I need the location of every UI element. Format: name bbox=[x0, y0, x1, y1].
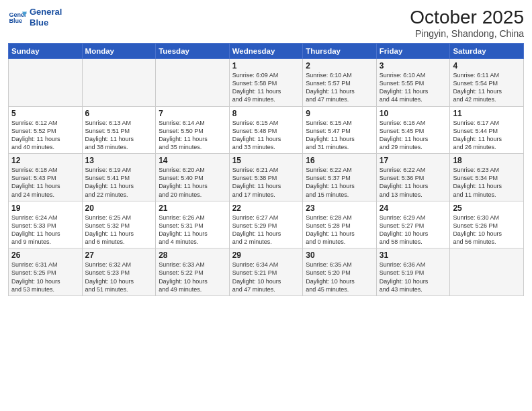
calendar-cell: 6Sunrise: 6:13 AM Sunset: 5:51 PM Daylig… bbox=[82, 106, 156, 154]
calendar-cell: 28Sunrise: 6:33 AM Sunset: 5:22 PM Dayli… bbox=[156, 248, 230, 296]
week-row-4: 19Sunrise: 6:24 AM Sunset: 5:33 PM Dayli… bbox=[9, 201, 524, 248]
day-info: Sunrise: 6:27 AM Sunset: 5:29 PM Dayligh… bbox=[232, 214, 300, 246]
calendar-cell: 30Sunrise: 6:35 AM Sunset: 5:20 PM Dayli… bbox=[303, 248, 377, 296]
day-number: 10 bbox=[380, 109, 447, 118]
day-number: 21 bbox=[159, 203, 226, 213]
day-info: Sunrise: 6:19 AM Sunset: 5:41 PM Dayligh… bbox=[85, 166, 153, 199]
day-info: Sunrise: 6:31 AM Sunset: 5:25 PM Dayligh… bbox=[11, 261, 79, 293]
day-number: 24 bbox=[380, 203, 447, 213]
header: General Blue General Blue October 2025 P… bbox=[8, 7, 524, 39]
week-row-2: 5Sunrise: 6:12 AM Sunset: 5:52 PM Daylig… bbox=[9, 106, 524, 154]
day-info: Sunrise: 6:30 AM Sunset: 5:26 PM Dayligh… bbox=[453, 214, 521, 246]
day-number: 13 bbox=[85, 156, 153, 165]
day-info: Sunrise: 6:10 AM Sunset: 5:55 PM Dayligh… bbox=[380, 71, 447, 104]
calendar-cell: 7Sunrise: 6:14 AM Sunset: 5:50 PM Daylig… bbox=[156, 106, 230, 154]
day-number: 16 bbox=[306, 156, 373, 165]
svg-text:Blue: Blue bbox=[9, 17, 22, 24]
weekday-header-monday: Monday bbox=[82, 44, 156, 59]
day-info: Sunrise: 6:10 AM Sunset: 5:57 PM Dayligh… bbox=[306, 71, 373, 104]
day-info: Sunrise: 6:18 AM Sunset: 5:43 PM Dayligh… bbox=[11, 166, 79, 199]
day-info: Sunrise: 6:28 AM Sunset: 5:28 PM Dayligh… bbox=[306, 214, 373, 246]
day-number: 30 bbox=[306, 250, 373, 260]
day-number: 28 bbox=[159, 250, 226, 260]
day-info: Sunrise: 6:24 AM Sunset: 5:33 PM Dayligh… bbox=[11, 214, 79, 246]
weekday-header-wednesday: Wednesday bbox=[229, 44, 303, 59]
calendar-cell: 4Sunrise: 6:11 AM Sunset: 5:54 PM Daylig… bbox=[450, 59, 524, 107]
logo-text-blue: Blue bbox=[30, 17, 62, 28]
day-number: 25 bbox=[453, 203, 521, 213]
weekday-header-thursday: Thursday bbox=[303, 44, 377, 59]
day-number: 9 bbox=[306, 109, 373, 118]
day-info: Sunrise: 6:22 AM Sunset: 5:36 PM Dayligh… bbox=[380, 166, 447, 199]
day-number: 31 bbox=[380, 250, 447, 260]
week-row-1: 1Sunrise: 6:09 AM Sunset: 5:58 PM Daylig… bbox=[9, 59, 524, 107]
calendar-cell: 31Sunrise: 6:36 AM Sunset: 5:19 PM Dayli… bbox=[376, 248, 450, 296]
calendar-cell bbox=[156, 59, 230, 107]
day-number: 8 bbox=[232, 109, 300, 118]
weekday-header-row: SundayMondayTuesdayWednesdayThursdayFrid… bbox=[9, 44, 524, 59]
calendar-cell: 10Sunrise: 6:16 AM Sunset: 5:45 PM Dayli… bbox=[376, 106, 450, 154]
day-number: 26 bbox=[11, 250, 79, 260]
day-info: Sunrise: 6:25 AM Sunset: 5:32 PM Dayligh… bbox=[85, 214, 153, 246]
day-info: Sunrise: 6:36 AM Sunset: 5:19 PM Dayligh… bbox=[380, 261, 447, 293]
calendar-cell bbox=[82, 59, 156, 107]
day-info: Sunrise: 6:35 AM Sunset: 5:20 PM Dayligh… bbox=[306, 261, 373, 293]
calendar-cell: 29Sunrise: 6:34 AM Sunset: 5:21 PM Dayli… bbox=[229, 248, 303, 296]
day-number: 19 bbox=[11, 203, 79, 213]
calendar-cell: 15Sunrise: 6:21 AM Sunset: 5:38 PM Dayli… bbox=[229, 154, 303, 201]
day-info: Sunrise: 6:17 AM Sunset: 5:44 PM Dayligh… bbox=[453, 119, 521, 152]
weekday-header-saturday: Saturday bbox=[450, 44, 524, 59]
logo-text-general: General bbox=[30, 7, 62, 17]
day-info: Sunrise: 6:26 AM Sunset: 5:31 PM Dayligh… bbox=[159, 214, 226, 246]
logo-icon: General Blue bbox=[8, 8, 27, 27]
calendar-cell: 19Sunrise: 6:24 AM Sunset: 5:33 PM Dayli… bbox=[9, 201, 83, 248]
day-info: Sunrise: 6:15 AM Sunset: 5:48 PM Dayligh… bbox=[232, 119, 300, 152]
weekday-header-friday: Friday bbox=[376, 44, 450, 59]
day-info: Sunrise: 6:21 AM Sunset: 5:38 PM Dayligh… bbox=[232, 166, 300, 199]
day-info: Sunrise: 6:16 AM Sunset: 5:45 PM Dayligh… bbox=[380, 119, 447, 152]
day-number: 23 bbox=[306, 203, 373, 213]
day-number: 5 bbox=[11, 109, 79, 118]
calendar-cell bbox=[450, 248, 524, 296]
calendar-cell: 22Sunrise: 6:27 AM Sunset: 5:29 PM Dayli… bbox=[229, 201, 303, 248]
day-number: 7 bbox=[159, 109, 226, 118]
calendar-cell: 16Sunrise: 6:22 AM Sunset: 5:37 PM Dayli… bbox=[303, 154, 377, 201]
day-number: 17 bbox=[380, 156, 447, 165]
week-row-5: 26Sunrise: 6:31 AM Sunset: 5:25 PM Dayli… bbox=[9, 248, 524, 296]
title-block: October 2025 Pingyin, Shandong, China bbox=[410, 7, 524, 39]
day-number: 1 bbox=[232, 61, 300, 71]
calendar-cell: 2Sunrise: 6:10 AM Sunset: 5:57 PM Daylig… bbox=[303, 59, 377, 107]
location: Pingyin, Shandong, China bbox=[410, 28, 524, 39]
calendar-cell: 17Sunrise: 6:22 AM Sunset: 5:36 PM Dayli… bbox=[376, 154, 450, 201]
day-number: 22 bbox=[232, 203, 300, 213]
day-info: Sunrise: 6:32 AM Sunset: 5:23 PM Dayligh… bbox=[85, 261, 153, 293]
calendar-cell: 26Sunrise: 6:31 AM Sunset: 5:25 PM Dayli… bbox=[9, 248, 83, 296]
weekday-header-tuesday: Tuesday bbox=[156, 44, 230, 59]
weekday-header-sunday: Sunday bbox=[9, 44, 83, 59]
day-number: 6 bbox=[85, 109, 153, 118]
day-info: Sunrise: 6:33 AM Sunset: 5:22 PM Dayligh… bbox=[159, 261, 226, 293]
week-row-3: 12Sunrise: 6:18 AM Sunset: 5:43 PM Dayli… bbox=[9, 154, 524, 201]
calendar-cell: 25Sunrise: 6:30 AM Sunset: 5:26 PM Dayli… bbox=[450, 201, 524, 248]
day-info: Sunrise: 6:23 AM Sunset: 5:34 PM Dayligh… bbox=[453, 166, 521, 199]
day-info: Sunrise: 6:13 AM Sunset: 5:51 PM Dayligh… bbox=[85, 119, 153, 152]
day-info: Sunrise: 6:22 AM Sunset: 5:37 PM Dayligh… bbox=[306, 166, 373, 199]
calendar-cell: 23Sunrise: 6:28 AM Sunset: 5:28 PM Dayli… bbox=[303, 201, 377, 248]
day-info: Sunrise: 6:15 AM Sunset: 5:47 PM Dayligh… bbox=[306, 119, 373, 152]
day-number: 3 bbox=[380, 61, 447, 71]
calendar-cell: 13Sunrise: 6:19 AM Sunset: 5:41 PM Dayli… bbox=[82, 154, 156, 201]
day-info: Sunrise: 6:14 AM Sunset: 5:50 PM Dayligh… bbox=[159, 119, 226, 152]
day-number: 2 bbox=[306, 61, 373, 71]
day-number: 15 bbox=[232, 156, 300, 165]
calendar-cell: 20Sunrise: 6:25 AM Sunset: 5:32 PM Dayli… bbox=[82, 201, 156, 248]
day-info: Sunrise: 6:09 AM Sunset: 5:58 PM Dayligh… bbox=[232, 71, 300, 104]
day-info: Sunrise: 6:20 AM Sunset: 5:40 PM Dayligh… bbox=[159, 166, 226, 199]
logo: General Blue General Blue bbox=[8, 7, 62, 28]
day-number: 12 bbox=[11, 156, 79, 165]
day-number: 11 bbox=[453, 109, 521, 118]
day-info: Sunrise: 6:12 AM Sunset: 5:52 PM Dayligh… bbox=[11, 119, 79, 152]
day-info: Sunrise: 6:11 AM Sunset: 5:54 PM Dayligh… bbox=[453, 71, 521, 104]
calendar-cell: 8Sunrise: 6:15 AM Sunset: 5:48 PM Daylig… bbox=[229, 106, 303, 154]
calendar-cell: 1Sunrise: 6:09 AM Sunset: 5:58 PM Daylig… bbox=[229, 59, 303, 107]
day-number: 14 bbox=[159, 156, 226, 165]
